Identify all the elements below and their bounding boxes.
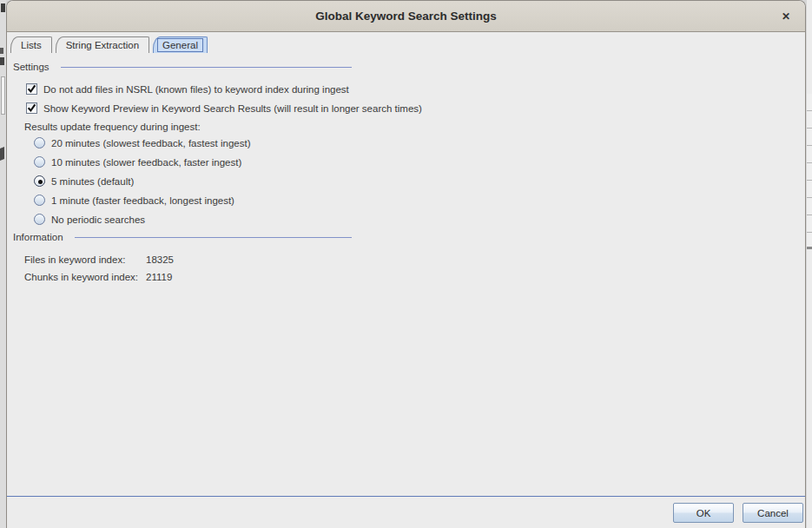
tab-label: General: [157, 38, 203, 52]
settings-section-title: Settings: [13, 62, 50, 72]
radio-row-no-periodic[interactable]: No periodic searches: [34, 214, 145, 225]
preview-checkbox-row[interactable]: Show Keyword Preview in Keyword Search R…: [26, 102, 422, 114]
chunks-in-index-label: Chunks in keyword index:: [24, 272, 146, 282]
files-in-index-value: 18325: [146, 254, 174, 265]
files-in-index-row: Files in keyword index: 18325: [24, 254, 174, 265]
screenshot-root: Global Keyword Search Settings ✕ Lists S…: [0, 0, 812, 528]
radio-1-minute[interactable]: [34, 195, 45, 206]
frequency-group-label: Results update frequency during ingest:: [24, 122, 201, 132]
tab-general[interactable]: General: [153, 36, 208, 53]
tab-label: String Extraction: [66, 40, 139, 50]
chunks-in-index-value: 21119: [146, 272, 172, 282]
information-section-title: Information: [13, 232, 63, 242]
chunks-in-index-row: Chunks in keyword index: 21119: [24, 272, 172, 282]
preview-checkbox-label: Show Keyword Preview in Keyword Search R…: [43, 103, 422, 114]
radio-row-10-minutes[interactable]: 10 minutes (slower feedback, faster inge…: [34, 156, 241, 168]
radio-row-1-minute[interactable]: 1 minute (faster feedback, longest inges…: [34, 195, 234, 206]
radio-5-minutes[interactable]: [34, 175, 45, 187]
preview-checkbox[interactable]: [26, 102, 37, 114]
background-glyph-fragment: [0, 147, 4, 161]
close-icon[interactable]: ✕: [778, 9, 794, 24]
global-keyword-search-settings-dialog: Global Keyword Search Settings ✕ Lists S…: [6, 0, 806, 528]
checkmark-icon: [27, 103, 36, 113]
dialog-titlebar[interactable]: Global Keyword Search Settings ✕: [7, 1, 805, 32]
settings-section-header: Settings: [13, 62, 352, 72]
nsrl-checkbox-row[interactable]: Do not add files in NSRL (known files) t…: [26, 83, 349, 95]
background-divider-fragment: [807, 247, 812, 249]
radio-20-minutes[interactable]: [34, 137, 45, 148]
background-scrollbar-fragment: [1, 76, 5, 115]
information-section-header: Information: [13, 232, 352, 242]
background-glyph-fragment: [0, 48, 3, 54]
ok-button[interactable]: OK: [673, 503, 734, 523]
radio-label: 5 minutes (default): [51, 176, 134, 187]
radio-no-periodic[interactable]: [34, 214, 45, 225]
radio-label: 10 minutes (slower feedback, faster inge…: [51, 157, 241, 168]
radio-label: No periodic searches: [51, 214, 145, 225]
dialog-footer: OK Cancel: [7, 496, 805, 528]
background-glyph-fragment: [1, 3, 5, 12]
background-window-right-edge: [807, 0, 812, 528]
radio-10-minutes[interactable]: [34, 156, 45, 168]
background-table-rows-fragment: [807, 94, 812, 247]
files-in-index-label: Files in keyword index:: [24, 254, 146, 265]
tab-lists[interactable]: Lists: [10, 36, 52, 53]
radio-row-20-minutes[interactable]: 20 minutes (slowest feedback, fastest in…: [34, 137, 250, 148]
background-window-left-edge: [0, 0, 6, 528]
checkmark-icon: [27, 84, 36, 94]
cancel-button[interactable]: Cancel: [743, 503, 803, 523]
radio-row-5-minutes[interactable]: 5 minutes (default): [34, 175, 134, 187]
radio-label: 20 minutes (slowest feedback, fastest in…: [51, 138, 250, 148]
background-glyph-fragment: [0, 57, 4, 65]
tab-bar: Lists String Extraction General: [10, 36, 208, 53]
radio-label: 1 minute (faster feedback, longest inges…: [51, 195, 234, 206]
tab-string-extraction[interactable]: String Extraction: [56, 36, 149, 53]
information-section-separator: [75, 237, 352, 238]
nsrl-checkbox-label: Do not add files in NSRL (known files) t…: [43, 84, 349, 95]
tab-label: Lists: [21, 40, 42, 50]
dialog-title: Global Keyword Search Settings: [315, 10, 497, 23]
settings-section-separator: [61, 67, 352, 68]
nsrl-checkbox[interactable]: [26, 83, 37, 95]
